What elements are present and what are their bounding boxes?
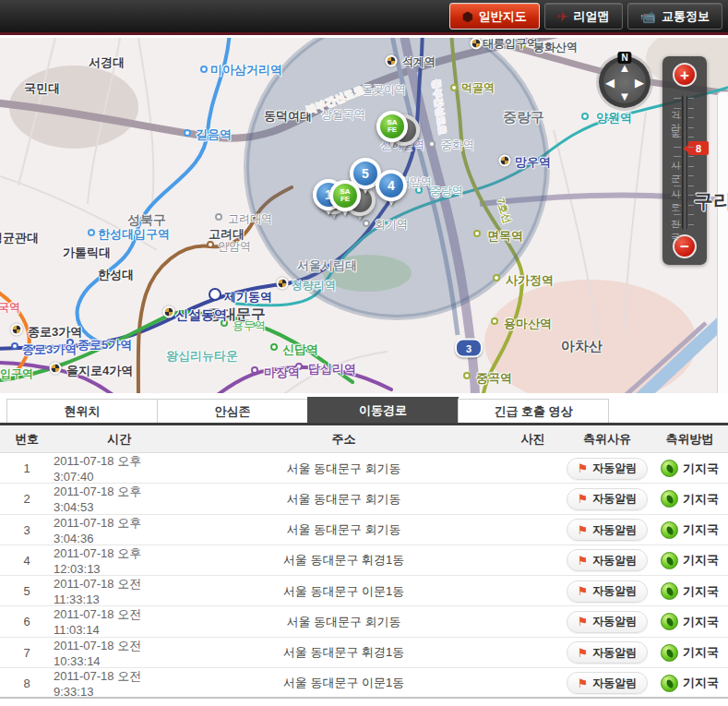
tab-4[interactable]: 긴급 호출 영상 (458, 399, 609, 423)
station-dot (491, 317, 498, 325)
row-number-cell: 8 (0, 668, 54, 699)
topbar-button-label: 리얼맵 (574, 8, 610, 25)
marker-pin-label: SAFE (387, 119, 397, 134)
route-point-marker-pin[interactable]: 4 (376, 170, 407, 201)
tab-3[interactable]: 이동경로 (307, 397, 459, 424)
auto-alarm-label: 자동알림 (592, 553, 637, 568)
row-number-cell: 2 (0, 484, 54, 514)
zoom-level-badge[interactable]: 8 (688, 141, 709, 155)
station-dot (88, 229, 95, 236)
pan-left-arrow-icon[interactable]: ◀ (605, 77, 615, 89)
map-label: 안암역 (218, 241, 251, 252)
row-reason-cell: ⚑자동알림 (563, 576, 651, 606)
location-method-label: 기지국 (683, 552, 719, 568)
row-photo-cell (503, 638, 563, 668)
korea-map-icon: ⬢ (462, 10, 473, 23)
row-method-cell: 기지국 (651, 453, 728, 484)
zoom-scale-label: 시도 (662, 188, 680, 214)
station-dot (463, 372, 471, 379)
row-time-cell: 2011-07-18 오전 10:33:14 (54, 638, 185, 668)
auto-alarm-label: 자동알림 (592, 522, 637, 538)
pan-up-arrow-icon[interactable]: ▲ (619, 62, 631, 74)
map-label: 용두역 (233, 320, 266, 331)
station-dot (251, 366, 258, 374)
map-label: 면목역 (487, 230, 523, 242)
station-dot (215, 213, 222, 221)
table-row: 42011-07-18 오후 12:03:13서울 동대문구 휘경1동⚑자동알림… (0, 545, 728, 576)
row-photo-cell (503, 515, 563, 545)
safe-zone-marker-pin[interactable]: SAFE (329, 180, 361, 211)
zoom-tick (688, 108, 694, 109)
zoom-tick (688, 214, 694, 215)
map-label: 신설동역 (175, 308, 227, 321)
row-address-cell: 서울 동대문구 이문1동 (185, 668, 503, 699)
map-label: 제기동역 (224, 291, 272, 303)
location-method-label: 기지국 (683, 521, 719, 538)
row-reason-cell: ⚑자동알림 (563, 606, 651, 637)
map-label: 종로3가역 (22, 343, 77, 355)
row-photo-cell (503, 484, 563, 514)
zoom-tick (688, 137, 694, 138)
auto-alarm-button[interactable]: ⚑자동알림 (567, 641, 649, 664)
station-dot (428, 140, 436, 148)
auto-alarm-button[interactable]: ⚑자동알림 (567, 672, 649, 694)
station-dot (493, 274, 500, 281)
zoom-slider-track[interactable] (682, 95, 687, 230)
zoom-in-button[interactable]: + (673, 63, 697, 87)
map-label: 가톨릭대 (63, 246, 111, 258)
safe-zone-marker-pin[interactable]: SAFE (376, 111, 408, 142)
map-label: 중화역 (441, 139, 474, 150)
marker-pin-balloon: 4 (376, 170, 407, 201)
column-header: 번호 (0, 425, 54, 452)
auto-alarm-button[interactable]: ⚑자동알림 (567, 488, 649, 510)
compass-control[interactable]: N ▲ ▼ ◀ ▶ (599, 56, 650, 108)
map-label: 종로3가역 (28, 326, 82, 338)
topbar-button-label: 교통정보 (662, 8, 710, 25)
map-label: 길음역 (196, 128, 232, 140)
row-time-cell: 2011-07-18 오후 3:04:36 (54, 515, 185, 545)
row-method-cell: 기지국 (651, 515, 728, 545)
location-method-label: 기지국 (683, 614, 719, 630)
flag-icon: ⚑ (578, 677, 589, 689)
map-label: 국민대 (24, 82, 60, 94)
zoom-slider-control[interactable]: + 8 − 거리동시군시도전국 (662, 56, 707, 265)
map-canvas[interactable]: N ▲ ▼ ◀ ▶ + 8 − 거리동시군시도전국 서경대국민대미아삼거리역길음… (0, 38, 728, 393)
auto-alarm-button[interactable]: ⚑자동알림 (567, 519, 649, 541)
zoom-scale-label: 동 (662, 127, 680, 140)
zoom-tick (688, 117, 694, 118)
topbar-button-3[interactable]: 📹교통정보 (627, 3, 722, 30)
marker-pin-label: SAFE (340, 188, 350, 203)
table-row: 72011-07-18 오전 10:33:14서울 동대문구 휘경1동⚑자동알림… (0, 638, 728, 668)
row-time-cell: 2011-07-18 오전 11:03:14 (54, 606, 185, 637)
flag-icon: ⚑ (578, 616, 589, 628)
row-address-cell: 서울 동대문구 회기동 (185, 484, 503, 514)
tab-bar: 현위치안심존이동경로긴급 호출 영상 (7, 399, 609, 423)
auto-alarm-button[interactable]: ⚑자동알림 (567, 580, 649, 603)
topbar-button-1[interactable]: ⬢일반지도 (449, 3, 540, 30)
row-reason-cell: ⚑자동알림 (563, 453, 651, 484)
map-label: 중랑구 (503, 110, 544, 124)
zoom-tick (674, 147, 681, 148)
map-label: 청량리역 (292, 280, 336, 291)
row-photo-cell (503, 606, 563, 637)
base-station-icon (661, 675, 678, 692)
row-number-cell: 5 (0, 576, 54, 606)
map-label: 고려대 (209, 228, 245, 240)
map-label: 중랑역 (430, 185, 463, 197)
column-header: 측위방법 (651, 425, 728, 452)
zoom-tick (674, 214, 681, 215)
tab-1[interactable]: 현위치 (6, 399, 158, 423)
tab-2[interactable]: 안심존 (157, 399, 308, 423)
pan-down-arrow-icon[interactable]: ▼ (619, 90, 631, 102)
column-header: 주소 (185, 425, 503, 452)
row-reason-cell: ⚑자동알림 (563, 638, 651, 668)
auto-alarm-button[interactable]: ⚑자동알림 (567, 549, 649, 571)
table-row: 32011-07-18 오후 3:04:36서울 동대문구 회기동⚑자동알림기지… (0, 515, 728, 545)
location-method: 기지국 (661, 675, 719, 692)
auto-alarm-button[interactable]: ⚑자동알림 (567, 611, 649, 633)
topbar-button-2[interactable]: ✈리얼맵 (544, 3, 623, 30)
map-label: 동덕여대 (264, 110, 312, 122)
station-dot (209, 288, 221, 301)
pan-right-arrow-icon[interactable]: ▶ (635, 77, 644, 89)
auto-alarm-button[interactable]: ⚑자동알림 (567, 458, 649, 480)
